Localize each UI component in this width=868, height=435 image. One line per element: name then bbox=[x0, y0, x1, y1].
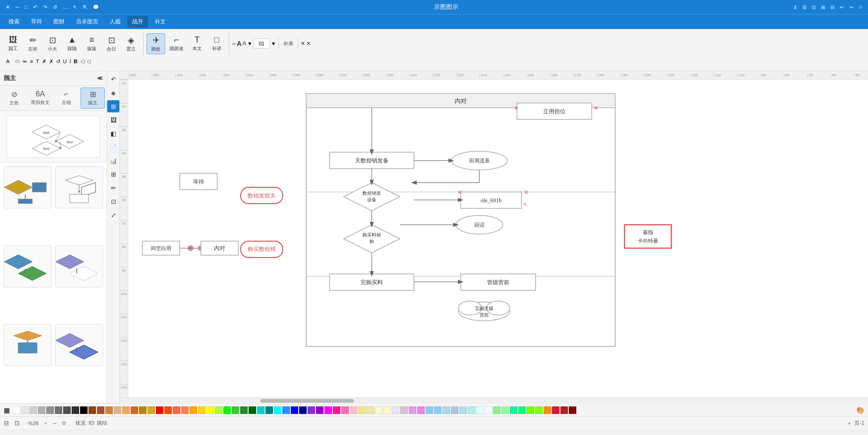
menu-open[interactable]: 战开 bbox=[127, 16, 148, 28]
swatch-hotpink[interactable] bbox=[341, 406, 349, 414]
horizontal-scrollbar[interactable] bbox=[120, 398, 868, 403]
shape-tab-textA[interactable]: 6A 黑拟效文 bbox=[28, 88, 52, 109]
swatch-magenta[interactable] bbox=[324, 406, 332, 414]
win-restore2[interactable]: ⊡ bbox=[810, 3, 817, 11]
swatch-khaki2[interactable] bbox=[367, 406, 374, 414]
vt-layers[interactable]: ◧ bbox=[107, 127, 119, 140]
swatch-lightblue2[interactable] bbox=[451, 406, 458, 414]
swatch-green1[interactable] bbox=[232, 406, 239, 414]
window-controls[interactable]: ⊻ ☰ ⊡ ⊞ ⊟ ↩ ↪ ↺ bbox=[791, 3, 864, 11]
close-btn2[interactable]: ✕ bbox=[306, 40, 311, 47]
swatch-lightgreen1[interactable] bbox=[493, 406, 500, 414]
shape-item-4[interactable] bbox=[55, 245, 103, 288]
format-ds[interactable]: · dS bbox=[13, 59, 20, 64]
swatch-pink[interactable] bbox=[350, 406, 357, 414]
swatch-violet[interactable] bbox=[308, 406, 315, 414]
swatch-gold1[interactable] bbox=[139, 406, 147, 414]
tool-merge[interactable]: ⊡ 合日 bbox=[102, 33, 121, 54]
vt-expand[interactable]: ⊡ bbox=[107, 195, 119, 207]
swatch-gray2[interactable] bbox=[46, 406, 54, 414]
pointer-icon[interactable]: ⇱ bbox=[81, 3, 89, 11]
swatch-cyan[interactable] bbox=[274, 406, 281, 414]
swatch-tomato[interactable] bbox=[173, 406, 180, 414]
close-icon[interactable]: ✕ bbox=[4, 3, 12, 11]
menu-desktop[interactable]: 员卓面页 bbox=[71, 16, 103, 28]
swatch-gold2[interactable] bbox=[147, 406, 155, 414]
swatch-red1[interactable] bbox=[156, 406, 163, 414]
shape-tab-connector[interactable]: ⌐ 左链 bbox=[54, 88, 79, 109]
font-a-large[interactable]: A bbox=[237, 40, 242, 47]
vt-edit[interactable]: ✏ bbox=[107, 182, 119, 194]
color-picker-btn[interactable]: 🎨 bbox=[856, 406, 864, 414]
swatch-darker[interactable] bbox=[72, 406, 79, 414]
swatch-brown1[interactable] bbox=[88, 406, 96, 414]
add-page-btn[interactable]: + bbox=[848, 420, 851, 426]
swatch-lightyellow2[interactable] bbox=[383, 406, 391, 414]
zoom-out-btn[interactable]: ─ bbox=[53, 420, 57, 426]
swatch-blue2[interactable] bbox=[291, 406, 298, 414]
swatch-greenyellow[interactable] bbox=[215, 406, 222, 414]
diagram-svg[interactable]: 内对 等待 间空白用 bbox=[128, 80, 868, 398]
shape-tab-template[interactable]: ⊞ 觊主 bbox=[81, 88, 105, 109]
canvas-container[interactable]: 10 20 30 40 50 60 70 80 90 100 110 120 1… bbox=[120, 80, 868, 398]
format-italic[interactable]: I bbox=[68, 58, 72, 65]
zoom-circle-btn[interactable]: ⊙ bbox=[62, 420, 66, 426]
swatch-darkred[interactable] bbox=[569, 406, 576, 414]
font-size-arrow[interactable]: ▼ bbox=[271, 41, 276, 46]
font-size-field[interactable] bbox=[253, 38, 270, 49]
swatch-lightcyan1[interactable] bbox=[476, 406, 484, 414]
swatch-brown3[interactable] bbox=[131, 406, 138, 414]
tool-note[interactable]: □ 补讲 bbox=[207, 33, 226, 54]
shape-item-2[interactable] bbox=[55, 166, 103, 208]
swatch-deeppink[interactable] bbox=[333, 406, 340, 414]
win-min[interactable]: ⊟ bbox=[829, 3, 836, 11]
swatch-chartreuse[interactable] bbox=[535, 406, 543, 414]
menu-person[interactable]: 人鑑 bbox=[105, 16, 125, 28]
win-expand[interactable]: ⊻ bbox=[791, 3, 799, 11]
shape-item-3[interactable] bbox=[4, 245, 51, 288]
swatch-firebrick[interactable] bbox=[560, 406, 568, 414]
cursor-icon[interactable]: ↖ bbox=[71, 3, 79, 11]
swatch-orangered[interactable] bbox=[544, 406, 551, 414]
vt-chart[interactable]: 📊 bbox=[107, 155, 119, 167]
swatch-khaki1[interactable] bbox=[358, 406, 366, 414]
menu-map[interactable]: 图财 bbox=[49, 16, 69, 28]
swatch-blue1[interactable] bbox=[282, 406, 290, 414]
tool-connector[interactable]: ⌐ 跳跳途 bbox=[166, 33, 187, 54]
font-a-small[interactable]: A bbox=[243, 40, 246, 47]
swatch-orange1[interactable] bbox=[164, 406, 172, 414]
swatch-lightcyan2[interactable] bbox=[485, 406, 492, 414]
swatch-coral[interactable] bbox=[181, 406, 189, 414]
toolbar-extra[interactable]: ... bbox=[61, 3, 69, 11]
swatch-lawngreen[interactable] bbox=[527, 406, 534, 414]
swatch-purple1[interactable] bbox=[316, 406, 324, 414]
swatch-lime[interactable] bbox=[223, 406, 231, 414]
close-btn1[interactable]: ✕ bbox=[301, 40, 305, 47]
swatch-springgreen[interactable] bbox=[518, 406, 526, 414]
titlebar-left-icons[interactable]: ✕ ─ □ ↶ ↷ ↺ ... ↖ ⇱ 💬 bbox=[4, 3, 101, 11]
format-box1[interactable]: ·□ bbox=[79, 58, 86, 65]
win-menu[interactable]: ☰ bbox=[801, 3, 808, 11]
fit-page-icon[interactable]: ⊡ bbox=[15, 420, 20, 427]
format-indent[interactable]: ≡ bbox=[29, 58, 34, 65]
win-undo2[interactable]: ↩ bbox=[838, 3, 846, 11]
page-layout-icon[interactable]: ⊟ bbox=[4, 420, 9, 427]
swatch-green2[interactable] bbox=[240, 406, 248, 414]
swatch-lightgreen2[interactable] bbox=[501, 406, 509, 414]
swatch-tan1[interactable] bbox=[105, 406, 113, 414]
swatch-lightgray2[interactable] bbox=[29, 406, 37, 414]
font-dropdown-arrow[interactable]: ▼ bbox=[247, 41, 252, 46]
swatch-tan2[interactable] bbox=[114, 406, 121, 414]
tool-style[interactable]: ✏ 左祥 bbox=[23, 33, 42, 54]
vt-table[interactable]: ⊞ bbox=[107, 168, 119, 180]
vt-format[interactable]: ◈ bbox=[107, 87, 119, 99]
swatch-thistle1[interactable] bbox=[400, 406, 408, 414]
comment-icon[interactable]: 💬 bbox=[91, 3, 101, 11]
swatch-crimson[interactable] bbox=[552, 406, 559, 414]
panel-collapse-btn[interactable]: ≪ bbox=[97, 75, 103, 81]
swatch-gray1[interactable] bbox=[38, 406, 45, 414]
vt-image[interactable]: 🖼 bbox=[107, 114, 119, 126]
swatch-violet2[interactable] bbox=[417, 406, 425, 414]
menu-guide[interactable]: 导符 bbox=[26, 16, 47, 28]
format-box2[interactable]: □ bbox=[87, 58, 92, 65]
